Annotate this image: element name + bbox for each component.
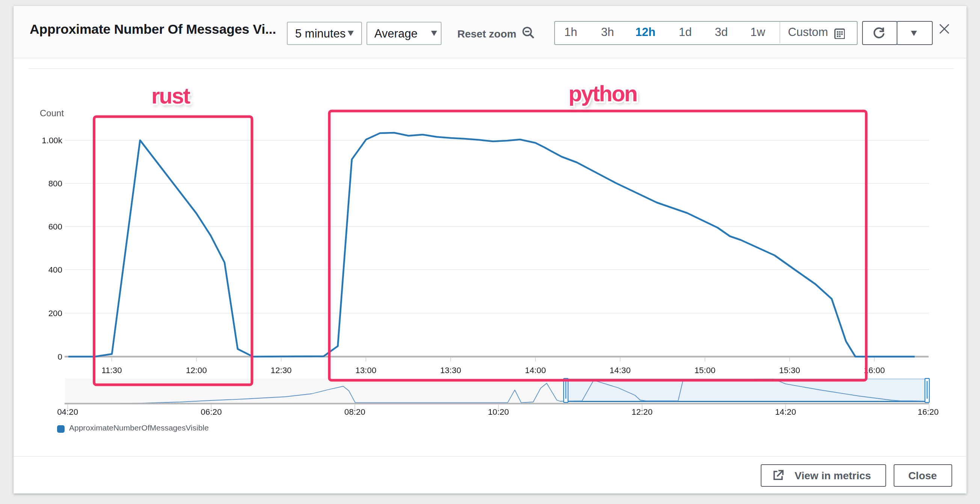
svg-text:15:00: 15:00 (694, 366, 715, 375)
svg-text:06:20: 06:20 (201, 407, 222, 417)
svg-text:10:20: 10:20 (488, 407, 509, 417)
svg-text:16:20: 16:20 (918, 407, 939, 417)
svg-text:14:20: 14:20 (775, 407, 796, 417)
svg-text:0: 0 (58, 352, 62, 361)
svg-text:400: 400 (48, 265, 62, 274)
svg-text:13:30: 13:30 (440, 366, 461, 375)
svg-text:12:00: 12:00 (186, 366, 207, 375)
svg-text:Count: Count (40, 108, 64, 118)
svg-text:14:30: 14:30 (610, 366, 631, 375)
svg-text:14:00: 14:00 (525, 366, 546, 375)
svg-text:12:30: 12:30 (271, 366, 292, 375)
svg-text:600: 600 (48, 222, 62, 231)
svg-text:200: 200 (48, 309, 62, 318)
svg-text:1.00k: 1.00k (42, 136, 63, 145)
svg-text:800: 800 (48, 179, 62, 188)
svg-text:08:20: 08:20 (344, 407, 365, 417)
svg-text:11:30: 11:30 (101, 366, 122, 375)
svg-text:12:20: 12:20 (632, 407, 652, 417)
svg-text:15:30: 15:30 (779, 366, 800, 375)
svg-text:04:20: 04:20 (57, 407, 78, 417)
svg-text:13:00: 13:00 (355, 366, 376, 375)
